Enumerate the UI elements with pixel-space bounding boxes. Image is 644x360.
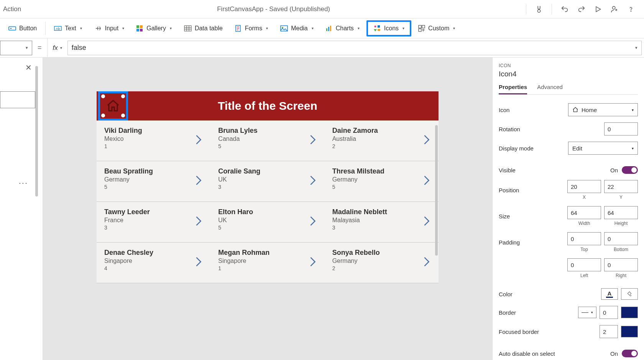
svg-text:Ab: Ab [56,26,60,30]
prop-height-input[interactable]: 64 [604,206,638,219]
prop-fillcolor-swatch[interactable] [621,288,638,300]
more-icon[interactable]: ··· [19,178,28,188]
icons-icon [373,25,381,32]
chevron-right-icon[interactable] [423,175,430,186]
close-icon[interactable]: ✕ [25,63,32,72]
media-control[interactable]: Media▾ [275,22,319,35]
gallery-control[interactable]: Gallery▾ [131,22,177,35]
chevron-right-icon[interactable] [309,216,316,226]
item-location: UK [218,217,317,224]
prop-autodisable-toggle[interactable] [622,350,638,357]
menu-action[interactable]: Action [0,5,21,13]
tree-search-input[interactable] [0,91,35,108]
prop-borderwidth-input[interactable]: 0 [600,306,618,319]
tree-scrollbar[interactable] [35,66,38,197]
prop-size-label: Size [499,213,510,220]
insert-ribbon: Button Ab Text▾ Input▾ Gallery▾ Data tab… [0,18,644,38]
gallery-item[interactable]: Elton Haro UK 5 [210,202,324,243]
custom-control[interactable]: Custom▾ [413,22,460,35]
item-location: Germany [332,258,431,264]
prop-bordercolor-swatch[interactable] [621,307,638,318]
gallery-item[interactable]: Sonya Rebello Germany 2 [325,243,439,283]
svg-point-2 [613,6,615,9]
gallery-item[interactable]: Megan Rohman Singapore 1 [210,243,324,283]
app-checker-icon[interactable] [535,5,543,13]
prop-visible-toggle[interactable] [622,166,638,174]
item-number: 2 [332,143,431,149]
prop-autodisable-label: Auto disable on select [499,350,555,357]
item-number: 1 [218,265,317,271]
item-name: Beau Spratling [104,167,203,175]
gallery-item[interactable]: Beau Spratling Germany 5 [97,161,210,202]
prop-icon-dropdown[interactable]: Home ▾ [568,103,638,116]
svg-point-3 [631,11,631,11]
chevron-right-icon[interactable] [423,134,430,145]
prop-padright-input[interactable]: 0 [604,258,638,271]
item-name: Daine Zamora [332,127,431,135]
redo-icon[interactable] [577,5,586,13]
forms-icon [235,25,242,32]
tree-view-pane: ✕ ··· [0,58,43,360]
chevron-right-icon[interactable] [195,216,202,226]
prop-fontcolor-swatch[interactable]: A [601,288,618,300]
selected-icon-home[interactable] [98,91,128,121]
prop-width-input[interactable]: 64 [567,206,601,219]
gallery-item[interactable]: Denae Chesley Singapore 4 [97,243,210,283]
custom-icon [418,25,425,32]
item-name: Sonya Rebello [332,249,431,257]
prop-focusedbordercolor-swatch[interactable] [621,326,638,337]
datatable-control[interactable]: Data table [179,22,228,35]
prop-rotation-input[interactable]: 0 [604,122,638,135]
chevron-right-icon[interactable] [309,175,316,186]
undo-icon[interactable] [560,5,569,13]
tab-properties[interactable]: Properties [499,84,527,94]
chevron-right-icon[interactable] [195,134,202,145]
gallery-item[interactable]: Thresa Milstead Germany 5 [325,161,439,202]
gallery-item[interactable]: Daine Zamora Australia 2 [325,121,439,161]
play-icon[interactable] [594,5,602,13]
text-control[interactable]: Ab Text▾ [49,22,87,35]
app-title: FirstCanvasApp - Saved (Unpublished) [21,5,526,13]
charts-control[interactable]: Charts▾ [320,22,365,35]
prop-padbottom-input[interactable]: 0 [604,232,638,245]
chevron-right-icon[interactable] [309,256,316,267]
item-name: Thresa Milstead [332,167,431,175]
chevron-right-icon[interactable] [423,216,430,226]
button-control[interactable]: Button [3,22,42,35]
help-icon[interactable] [627,5,635,13]
input-control[interactable]: Input▾ [89,22,130,35]
gallery-item[interactable]: Tawny Leeder France 3 [97,202,210,243]
share-icon[interactable] [610,5,619,13]
tab-advanced[interactable]: Advanced [537,84,563,94]
fx-button[interactable]: fx▾ [47,38,67,57]
gallery-item[interactable]: Viki Darling Mexico 1 [97,121,210,161]
prop-focusedborder-input[interactable]: 2 [600,325,618,338]
chevron-right-icon[interactable] [309,134,316,145]
item-location: Singapore [218,258,317,264]
gallery-item[interactable]: Bruna Lyles Canada 5 [210,121,324,161]
forms-control[interactable]: Forms▾ [230,22,273,35]
prop-y-input[interactable]: 22 [604,180,638,193]
prop-padleft-input[interactable]: 0 [567,258,601,271]
svg-rect-25 [419,25,421,28]
prop-displaymode-label: Display mode [499,145,534,152]
prop-padtop-input[interactable]: 0 [567,232,601,245]
svg-rect-20 [326,28,327,31]
icons-control[interactable]: Icons▾ [366,20,411,36]
item-number: 2 [332,265,431,271]
prop-borderstyle-dropdown[interactable]: ▾ [578,307,596,318]
chevron-right-icon[interactable] [195,256,202,267]
prop-x-input[interactable]: 20 [567,180,601,193]
gallery-item[interactable]: Coralie Sang UK 3 [210,161,324,202]
prop-color-label: Color [499,291,513,297]
formula-input[interactable]: false ▾ [67,41,642,55]
chevron-right-icon[interactable] [423,256,430,267]
button-icon [8,25,16,31]
app-canvas[interactable]: Title of the Screen Viki Darling Mexico … [97,91,439,283]
gallery-item[interactable]: Madaline Neblett Malayasia 3 [325,202,439,243]
chevron-right-icon[interactable] [195,175,202,186]
svg-point-23 [374,25,376,27]
svg-rect-10 [136,29,139,31]
prop-displaymode-dropdown[interactable]: Edit▾ [568,142,638,155]
property-dropdown[interactable]: ▾ [0,41,32,55]
